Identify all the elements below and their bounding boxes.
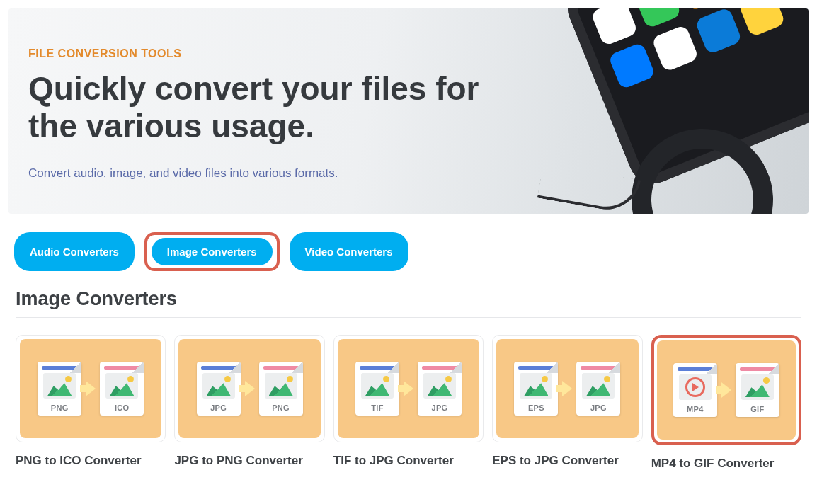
arrow-icon (721, 382, 731, 398)
file-icon-from: EPS (514, 362, 558, 416)
converter-title: TIF to JPG Converter (333, 454, 484, 468)
converter-card-jpg-to-png[interactable]: JPG PNG JPG to PNG Converter (174, 335, 324, 471)
file-label-to: PNG (259, 401, 303, 416)
converter-title: EPS to JPG Converter (492, 454, 642, 468)
section-divider (16, 317, 801, 318)
tab-image-converters[interactable]: Image Converters (152, 238, 273, 265)
play-icon (685, 377, 705, 397)
converter-card-png-to-ico[interactable]: PNG ICO PNG to ICO Converter (16, 335, 166, 471)
arrow-icon (245, 381, 255, 396)
arrow-icon (404, 381, 413, 396)
highlight-image-converters: Image Converters (144, 232, 280, 271)
file-label-from: MP4 (673, 403, 717, 417)
tab-video-converters[interactable]: Video Converters (290, 232, 408, 271)
file-icon-to: JPG (576, 362, 620, 416)
file-icon-from: TIF (355, 362, 399, 416)
converter-title: JPG to PNG Converter (174, 454, 324, 468)
section-header: Image Converters (0, 288, 817, 318)
file-icon-from: JPG (197, 362, 241, 416)
file-icon-to: JPG (418, 362, 462, 416)
converter-title: MP4 to GIF Converter (651, 457, 801, 471)
converter-card-eps-to-jpg[interactable]: EPS JPG EPS to JPG Converter (492, 335, 642, 471)
file-icon-to: GIF (736, 363, 779, 417)
section-title: Image Converters (16, 288, 801, 310)
hero-banner: FILE CONVERSION TOOLS Quickly convert yo… (8, 8, 809, 214)
tab-audio-converters[interactable]: Audio Converters (14, 232, 135, 271)
converter-grid: PNG ICO PNG to ICO Converter JPG PNG (0, 335, 817, 485)
file-icon-to: PNG (259, 362, 303, 416)
file-label-from: PNG (38, 401, 81, 416)
file-label-to: GIF (736, 403, 779, 417)
file-label-from: EPS (514, 401, 558, 416)
converter-title: PNG to ICO Converter (16, 454, 166, 468)
file-label-to: JPG (418, 401, 462, 416)
arrow-icon (86, 381, 96, 396)
file-label-from: TIF (355, 401, 399, 416)
converter-card-mp4-to-gif[interactable]: MP4 GIF MP4 to GIF Converter (651, 335, 801, 471)
arrow-icon (562, 381, 572, 396)
file-label-from: JPG (197, 401, 241, 416)
converter-card-tif-to-jpg[interactable]: TIF JPG TIF to JPG Converter (333, 335, 484, 471)
file-icon-from: PNG (38, 362, 81, 416)
file-icon-from: MP4 (673, 363, 717, 417)
file-icon-to: ICO (100, 362, 144, 416)
file-label-to: JPG (576, 401, 620, 416)
file-label-to: ICO (100, 401, 144, 416)
converter-tabs: Audio Converters Image Converters Video … (0, 228, 817, 288)
hero-title: Quickly convert your files for the vario… (28, 70, 524, 145)
